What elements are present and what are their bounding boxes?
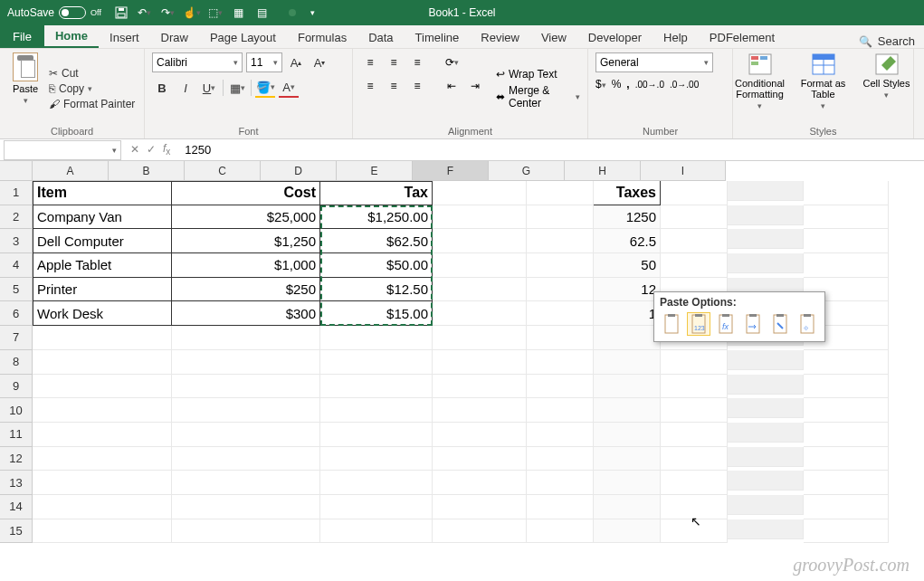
cell[interactable] — [433, 471, 527, 495]
cell[interactable]: $50.00 — [320, 253, 433, 278]
sort-icon[interactable]: ⬚ — [209, 6, 222, 19]
cell[interactable] — [527, 326, 594, 350]
align-left-icon[interactable]: ≡ — [360, 76, 380, 96]
cell[interactable] — [527, 398, 594, 423]
cell[interactable] — [661, 495, 728, 519]
row-header[interactable]: 1 — [0, 181, 33, 205]
accounting-format-icon[interactable]: $ — [595, 78, 606, 90]
cell[interactable] — [661, 350, 728, 375]
paste-option-values[interactable]: 123 — [687, 312, 710, 336]
row-header[interactable]: 12 — [0, 447, 33, 471]
merge-center-button[interactable]: ⬌Merge & Center — [496, 84, 580, 110]
cell[interactable] — [433, 423, 527, 447]
redo-icon[interactable]: ↷ — [162, 6, 175, 19]
cell[interactable]: $12.50 — [320, 278, 433, 302]
cell[interactable] — [172, 350, 320, 375]
enter-formula-icon[interactable]: ✓ — [147, 143, 156, 156]
tab-insert[interactable]: Insert — [99, 27, 150, 48]
cell[interactable] — [804, 398, 889, 423]
cell[interactable] — [594, 326, 661, 350]
paste-option-transpose[interactable] — [741, 312, 765, 336]
undo-icon[interactable]: ↶ — [138, 6, 151, 19]
cell[interactable] — [728, 398, 804, 418]
cell[interactable] — [594, 471, 661, 495]
col-header-h[interactable]: H — [565, 161, 641, 181]
tab-view[interactable]: View — [530, 27, 577, 48]
number-format-select[interactable]: General — [595, 52, 713, 72]
cell[interactable] — [33, 398, 172, 423]
cell[interactable] — [320, 495, 433, 519]
cell[interactable] — [527, 471, 594, 495]
cell[interactable]: 1250 — [594, 205, 661, 230]
increase-font-icon[interactable]: A▴ — [286, 52, 306, 72]
cell[interactable] — [661, 447, 728, 471]
cell[interactable] — [33, 495, 172, 519]
row-header[interactable]: 8 — [0, 350, 33, 375]
cell[interactable] — [804, 181, 889, 205]
align-right-icon[interactable]: ≡ — [407, 76, 427, 96]
format-as-table-button[interactable]: Format as Table — [796, 52, 851, 110]
col-header-b[interactable]: B — [109, 161, 185, 181]
cell[interactable]: $1,250.00 — [320, 205, 433, 230]
cell[interactable] — [33, 350, 172, 375]
cell[interactable] — [728, 375, 804, 395]
increase-decimal-icon[interactable]: .00→.0 — [635, 80, 664, 90]
cell[interactable]: Company Van — [33, 205, 172, 230]
cell[interactable] — [172, 471, 320, 495]
cell[interactable]: $1,250 — [172, 229, 320, 253]
cell[interactable] — [527, 423, 594, 447]
comma-format-icon[interactable]: , — [626, 78, 629, 90]
cell[interactable] — [33, 519, 172, 544]
paste-button[interactable]: Paste — [7, 52, 43, 124]
border-button[interactable]: ▦ — [227, 78, 247, 98]
copy-button[interactable]: ⎘Copy — [49, 82, 135, 95]
align-center-icon[interactable]: ≡ — [384, 76, 404, 96]
cell[interactable] — [728, 229, 804, 249]
cell[interactable] — [527, 350, 594, 375]
cell[interactable] — [172, 423, 320, 447]
cell[interactable] — [594, 447, 661, 471]
cell[interactable] — [804, 229, 889, 253]
cell[interactable]: Item — [33, 181, 172, 205]
cell[interactable] — [527, 301, 594, 326]
fx-icon[interactable]: fx — [163, 142, 170, 157]
cell[interactable] — [594, 519, 661, 544]
cell[interactable] — [728, 447, 804, 467]
cell[interactable] — [172, 495, 320, 519]
cell[interactable] — [33, 375, 172, 399]
font-size-select[interactable]: 11 — [246, 52, 282, 72]
cell[interactable] — [33, 471, 172, 495]
cell[interactable] — [433, 495, 527, 519]
cell[interactable]: $250 — [172, 278, 320, 302]
row-header[interactable]: 13 — [0, 471, 33, 495]
cell[interactable] — [804, 495, 889, 519]
decrease-font-icon[interactable]: A▾ — [310, 52, 329, 72]
cell[interactable] — [433, 181, 527, 205]
borders-icon[interactable]: ▦ — [233, 6, 245, 19]
cell[interactable] — [804, 447, 889, 471]
cell[interactable]: 1 — [594, 301, 661, 326]
tab-pagelayout[interactable]: Page Layout — [199, 27, 287, 48]
cell[interactable] — [527, 229, 594, 253]
tab-home[interactable]: Home — [44, 25, 99, 48]
cell[interactable] — [320, 519, 433, 544]
cell[interactable] — [320, 398, 433, 423]
cell[interactable] — [172, 519, 320, 544]
cell[interactable] — [320, 375, 433, 399]
paste-option-paste[interactable] — [660, 312, 683, 336]
col-header-i[interactable]: I — [641, 161, 726, 181]
cell[interactable] — [728, 350, 804, 370]
row-header[interactable]: 10 — [0, 398, 33, 423]
bold-button[interactable]: B — [152, 78, 172, 98]
cell[interactable] — [594, 350, 661, 375]
cell[interactable] — [433, 350, 527, 375]
cell[interactable] — [594, 398, 661, 423]
font-color-button[interactable]: A — [279, 78, 299, 98]
cell[interactable] — [594, 375, 661, 399]
increase-indent-icon[interactable]: ⇥ — [465, 76, 485, 96]
cell[interactable] — [433, 301, 527, 326]
row-header[interactable]: 14 — [0, 495, 33, 519]
touch-mode-icon[interactable]: ☝ — [186, 6, 198, 19]
row-header[interactable]: 4 — [0, 253, 33, 278]
cell[interactable] — [804, 205, 889, 230]
